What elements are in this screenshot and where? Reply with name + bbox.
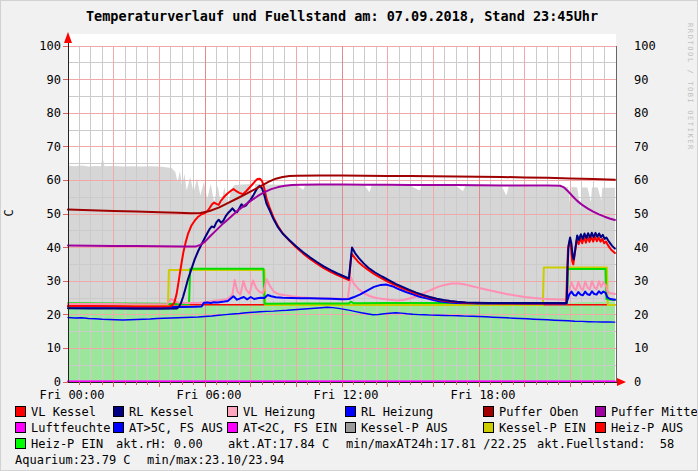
legend-item-vl-heizung: VL Heizung bbox=[227, 406, 315, 419]
legend-item-vl-kessel: VL Kessel bbox=[15, 406, 96, 419]
legend-swatch bbox=[345, 422, 356, 433]
legend-item-kessel-p-aus: Kessel-P AUS bbox=[345, 422, 448, 435]
y-tick-label-right: 50 bbox=[634, 207, 648, 221]
legend-item-puffer-oben: Puffer Oben bbox=[483, 406, 578, 419]
y-tick-label-right: 10 bbox=[634, 341, 648, 355]
legend-item-at-2c-fs-ein: AT<2C, FS EIN bbox=[227, 422, 337, 435]
x-tick-label: Fri 12:00 bbox=[313, 388, 378, 402]
y-tick-label-left: 100 bbox=[39, 39, 61, 53]
legend-label: Kessel-P AUS bbox=[361, 421, 448, 435]
chart-canvas: 0010102020303040405050606070708080909010… bbox=[1, 1, 698, 471]
y-tick-label-right: 0 bbox=[634, 375, 641, 389]
y-tick-label-right: 80 bbox=[634, 106, 648, 120]
legend-label: Puffer Mitte bbox=[611, 405, 698, 419]
x-tick-label: Fri 00:00 bbox=[39, 388, 104, 402]
legend-swatch bbox=[227, 422, 238, 433]
legend-item-at-5c-fs-aus: AT>5C, FS AUS bbox=[113, 422, 223, 435]
legend-label: VL Kessel bbox=[31, 405, 96, 419]
legend-label: RL Heizung bbox=[361, 405, 433, 419]
legend-item-rl-heizung: RL Heizung bbox=[345, 406, 433, 419]
legend-item-puffer-mitte: Puffer Mitte bbox=[595, 406, 698, 419]
y-tick-label-right: 70 bbox=[634, 140, 648, 154]
y-tick-label-right: 20 bbox=[634, 308, 648, 322]
x-tick-label: Fri 18:00 bbox=[450, 388, 515, 402]
x-axis-arrow bbox=[617, 378, 626, 386]
y-tick-label-left: 10 bbox=[47, 341, 61, 355]
legend-label: VL Heizung bbox=[243, 405, 315, 419]
legend-item-kessel-p-ein: Kessel-P EIN bbox=[483, 422, 586, 435]
legend-label: RL Kessel bbox=[129, 405, 194, 419]
y-tick-label-left: 40 bbox=[47, 241, 61, 255]
stat-text: akt.Fuellstand: 58 bbox=[537, 438, 674, 451]
legend-swatch bbox=[15, 422, 26, 433]
series-area-aquarium bbox=[68, 302, 615, 382]
stat-text: min/max:23.10/23.94 bbox=[147, 454, 284, 467]
y-tick-label-left: 0 bbox=[54, 375, 61, 389]
legend-item-rl-kessel: RL Kessel bbox=[113, 406, 194, 419]
legend-swatch bbox=[345, 406, 356, 417]
stat-text: min/maxAT24h:17.81 /22.25 bbox=[346, 438, 527, 451]
legend-item-heiz-p-aus: Heiz-P AUS bbox=[595, 422, 683, 435]
y-tick-label-left: 20 bbox=[47, 308, 61, 322]
stat-text: Aquarium:23.79 C bbox=[15, 454, 131, 467]
y-tick-label-right: 60 bbox=[634, 173, 648, 187]
legend-item-luftfeuchte: Luftfeuchte bbox=[15, 422, 110, 435]
y-tick-label-right: 90 bbox=[634, 73, 648, 87]
legend-label: Kessel-P EIN bbox=[499, 421, 586, 435]
y-tick-label-right: 100 bbox=[634, 39, 656, 53]
legend-item-heiz-p-ein: Heiz-P EIN bbox=[15, 438, 103, 451]
legend-label: AT<2C, FS EIN bbox=[243, 421, 337, 435]
y-tick-label-left: 50 bbox=[47, 207, 61, 221]
legend-swatch bbox=[113, 406, 124, 417]
legend-label: AT>5C, FS AUS bbox=[129, 421, 223, 435]
legend-label: Luftfeuchte bbox=[31, 421, 110, 435]
y-tick-label-left: 60 bbox=[47, 173, 61, 187]
y-tick-label-right: 40 bbox=[634, 241, 648, 255]
legend-swatch bbox=[113, 422, 124, 433]
y-tick-label-left: 70 bbox=[47, 140, 61, 154]
y-tick-label-left: 80 bbox=[47, 106, 61, 120]
legend-swatch bbox=[483, 406, 494, 417]
legend-swatch bbox=[15, 438, 26, 449]
legend-swatch bbox=[483, 422, 494, 433]
stat-text: akt.AT:17.84 C bbox=[228, 438, 329, 451]
y-tick-label-left: 90 bbox=[47, 73, 61, 87]
legend-swatch bbox=[227, 406, 238, 417]
y-tick-label-right: 30 bbox=[634, 274, 648, 288]
x-tick-label: Fri 06:00 bbox=[176, 388, 241, 402]
legend-swatch bbox=[15, 406, 26, 417]
legend-swatch bbox=[595, 406, 606, 417]
legend-swatch bbox=[595, 422, 606, 433]
rrd-graph-window: Temperaturverlauf und Fuellstand am: 07.… bbox=[0, 0, 698, 471]
stat-text: akt.rH: 0.00 bbox=[116, 438, 203, 451]
legend-label: Heiz-P AUS bbox=[611, 421, 683, 435]
legend-label: Puffer Oben bbox=[499, 405, 578, 419]
legend-label: Heiz-P EIN bbox=[31, 437, 103, 451]
y-tick-label-left: 30 bbox=[47, 274, 61, 288]
